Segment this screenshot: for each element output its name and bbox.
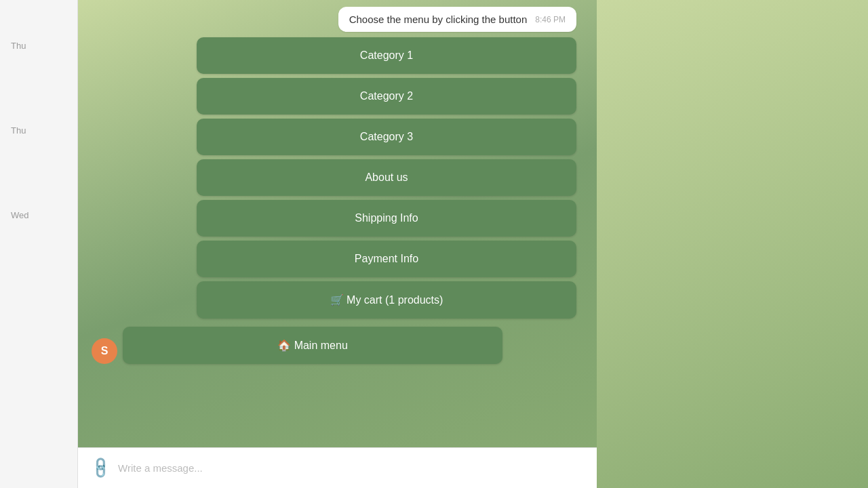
- menu-buttons-area: Category 1 Category 2 Category 3 About u…: [85, 35, 583, 321]
- main-menu-label: Main menu: [294, 340, 348, 351]
- main-menu-button[interactable]: 🏠 Main menu: [123, 327, 502, 364]
- category1-button[interactable]: Category 1: [197, 37, 576, 74]
- category2-button[interactable]: Category 2: [197, 78, 576, 115]
- attach-icon[interactable]: 🔗: [88, 455, 113, 481]
- category3-button[interactable]: Category 3: [197, 119, 576, 155]
- message-time: 8:46 PM: [535, 15, 566, 24]
- shipping-info-button[interactable]: Shipping Info: [197, 200, 576, 237]
- input-bar: 🔗: [78, 447, 597, 488]
- messages-container: Choose the menu by clicking the button 8…: [78, 0, 597, 447]
- day-label-wed: Wed: [0, 203, 77, 227]
- cart-button[interactable]: 🛒 My cart (1 products): [197, 281, 576, 319]
- day-label-thu-1: Thu: [0, 34, 77, 58]
- chat-area: Choose the menu by clicking the button 8…: [78, 0, 597, 488]
- about-us-button[interactable]: About us: [197, 159, 576, 196]
- cart-label: My cart (1 products): [347, 294, 443, 306]
- right-panel: [597, 0, 868, 488]
- cart-icon: 🛒: [330, 294, 344, 306]
- message-bubble: Choose the menu by clicking the button 8…: [338, 7, 576, 32]
- message-input[interactable]: [118, 462, 583, 474]
- sidebar: Thu Thu Wed: [0, 0, 78, 488]
- avatar: S: [92, 338, 117, 364]
- home-icon: 🏠: [277, 340, 291, 351]
- message-text: Choose the menu by clicking the button: [349, 14, 528, 25]
- day-label-thu-2: Thu: [0, 119, 77, 142]
- bottom-row: S 🏠 Main menu: [85, 324, 583, 369]
- payment-info-button[interactable]: Payment Info: [197, 241, 576, 277]
